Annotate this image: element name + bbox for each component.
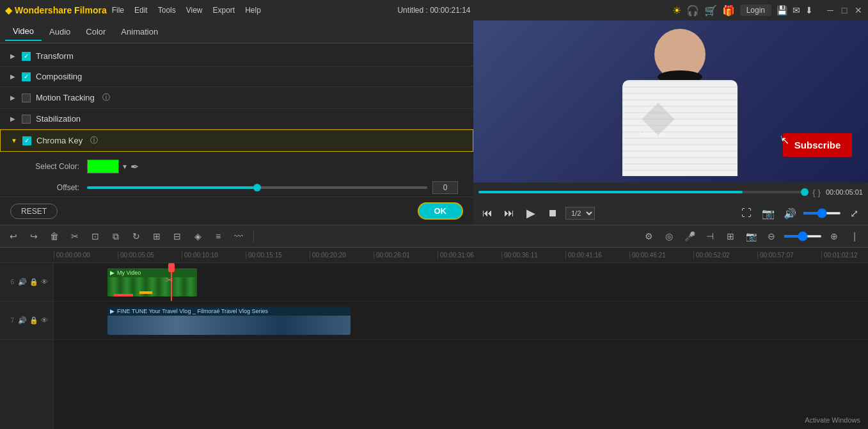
track-6-audio-icon[interactable]: 🔊 (18, 278, 27, 286)
step-back-button[interactable]: ⏮ (478, 204, 496, 222)
delete-button[interactable]: 🗑 (46, 228, 63, 245)
reset-button[interactable]: RESET (10, 204, 58, 219)
tabs: Video Audio Color Animation (0, 20, 473, 44)
track-7-lock-icon[interactable]: 🔒 (29, 316, 38, 325)
ok-button[interactable]: OK (418, 202, 464, 220)
gift-icon[interactable]: 🎁 (722, 4, 735, 17)
more-button[interactable]: | (846, 228, 863, 245)
crop-button[interactable]: ⊞ (148, 228, 165, 245)
checkbox-transform[interactable] (22, 52, 31, 61)
quality-select[interactable]: 1/2 (565, 207, 595, 220)
zoom-out-button[interactable]: ⊖ (763, 228, 780, 245)
tab-audio[interactable]: Audio (42, 23, 78, 40)
offset-slider-thumb[interactable] (253, 184, 261, 191)
waveform-button[interactable]: 〰 (230, 228, 247, 245)
ruler-mark-5: 00:00:26:01 (374, 252, 438, 259)
transform-button[interactable]: ↻ (128, 228, 145, 245)
video-clip-travel-vlog[interactable]: ▶ FINE TUNE Your Travel Vlog _ Filmoraé … (107, 307, 351, 335)
split-button[interactable]: ⊣ (702, 228, 718, 245)
offset-value[interactable]: 0 (432, 181, 458, 194)
frame-back-button[interactable]: ⏭ (500, 204, 518, 222)
track-7-audio-icon[interactable]: 🔊 (18, 316, 27, 325)
menu-tools[interactable]: Tools (158, 6, 176, 15)
menu-edit[interactable]: Edit (134, 6, 148, 15)
trim-button[interactable]: ⊡ (87, 228, 104, 245)
save-icon[interactable]: 💾 (777, 5, 787, 15)
volume-slider[interactable] (803, 212, 841, 214)
eyedropper-tool[interactable]: ✒ (130, 161, 139, 173)
offset-slider[interactable] (87, 186, 427, 189)
close-button[interactable]: ✕ (854, 6, 863, 15)
zoom-slider[interactable] (784, 235, 822, 238)
play-button[interactable]: ▶ (522, 204, 540, 222)
menu-view[interactable]: View (186, 6, 203, 15)
screenshot-button[interactable]: 📷 (759, 204, 777, 222)
speed-button[interactable]: ⊟ (169, 228, 185, 245)
tab-animation[interactable]: Animation (113, 23, 166, 40)
video-clip-my-video[interactable]: ▶ My Video (107, 268, 197, 296)
checkbox-chroma-key[interactable] (22, 136, 31, 145)
track-header-7: 7 🔊 🔒 👁 (0, 302, 53, 340)
title-bar: ◆ Wondershare Filmora File Edit Tools Vi… (0, 0, 868, 20)
zoom-in-button[interactable]: ⊕ (826, 228, 842, 245)
login-button[interactable]: Login (740, 4, 771, 16)
progress-fill (478, 191, 743, 193)
fullscreen-button[interactable]: ⤢ (845, 204, 863, 222)
video-frame: Filmora Wondershare Filmora Subscribe ↖ (473, 20, 868, 182)
copy-button[interactable]: ⧉ (107, 228, 124, 245)
track-number-7: 7 (10, 317, 14, 324)
undo-button[interactable]: ↩ (5, 228, 22, 245)
stop-button[interactable]: ⏹ (544, 204, 562, 222)
audio-adjust-button[interactable]: ≡ (210, 228, 226, 245)
checkbox-stabilization[interactable] (22, 115, 31, 124)
section-chroma-key[interactable]: ▼ Chroma Key ⓘ (0, 129, 473, 152)
checkbox-compositing[interactable] (22, 72, 31, 81)
minimize-button[interactable]: ─ (826, 6, 835, 15)
info-icon-chroma-key[interactable]: ⓘ (90, 135, 98, 146)
shopping-icon[interactable]: 🛒 (704, 4, 717, 17)
offset-slider-container: 0 (87, 181, 458, 194)
magnet-button[interactable]: ◎ (661, 228, 677, 245)
grid-button[interactable]: ⊞ (722, 228, 739, 245)
track-content-area[interactable]: ✂ ▶ My Video (54, 263, 868, 429)
maximize-button[interactable]: □ (840, 6, 849, 15)
section-stabilization[interactable]: ▶ Stabilization (0, 109, 473, 129)
track-7-eye-icon[interactable]: 👁 (41, 316, 48, 325)
settings-button[interactable]: ⚙ (640, 228, 657, 245)
section-motion-tracking[interactable]: ▶ Motion Tracking ⓘ (0, 87, 473, 109)
label-chroma-key: Chroma Key (36, 136, 83, 145)
color-box-green[interactable] (87, 159, 119, 174)
download-icon[interactable]: ⬇ (805, 5, 813, 15)
cut-button[interactable]: ✂ (67, 228, 83, 245)
redo-button[interactable]: ↪ (26, 228, 42, 245)
menu-help[interactable]: Help (245, 6, 261, 15)
color-dropdown-arrow[interactable]: ▾ (123, 162, 127, 171)
arrow-transform: ▶ (10, 53, 17, 60)
tab-video[interactable]: Video (5, 22, 42, 41)
checkbox-motion-tracking[interactable] (22, 93, 31, 102)
progress-thumb[interactable] (801, 188, 809, 196)
ruler-mark-4: 00:00:20:20 (310, 252, 374, 259)
menu-export[interactable]: Export (213, 6, 235, 15)
mail-icon[interactable]: ✉ (793, 5, 800, 15)
track-6-eye-icon[interactable]: 👁 (41, 278, 48, 286)
fullscreen-enter-button[interactable]: ⛶ (738, 204, 755, 222)
camera-button[interactable]: 📷 (743, 228, 759, 245)
sun-icon[interactable]: ☀ (672, 4, 681, 17)
headphone-icon[interactable]: 🎧 (686, 4, 699, 17)
track-row-6[interactable]: ✂ ▶ My Video (54, 263, 868, 302)
marker-button[interactable]: ◈ (189, 228, 206, 245)
section-compositing[interactable]: ▶ Compositing (0, 67, 473, 87)
tab-color[interactable]: Color (78, 23, 113, 40)
track-6-lock-icon[interactable]: 🔒 (29, 278, 38, 286)
info-icon-motion-tracking[interactable]: ⓘ (102, 92, 110, 103)
menu-file[interactable]: File (112, 6, 124, 15)
progress-track[interactable] (478, 191, 809, 193)
time-bracket-left: { (812, 188, 815, 197)
timeline-ruler: 00:00:00:00 00:00:05:05 00:00:10:10 00:0… (0, 248, 868, 263)
toolbar: ↩ ↪ 🗑 ✂ ⊡ ⧉ ↻ ⊞ ⊟ ◈ ≡ 〰 ⚙ ◎ 🎤 ⊣ ⊞ 📷 ⊖ ⊕ … (0, 225, 868, 248)
track-row-7[interactable]: ▶ FINE TUNE Your Travel Vlog _ Filmoraé … (54, 302, 868, 340)
mic-button[interactable]: 🎤 (681, 228, 698, 245)
volume-button[interactable]: 🔊 (781, 204, 799, 222)
section-transform[interactable]: ▶ Transform (0, 46, 473, 67)
